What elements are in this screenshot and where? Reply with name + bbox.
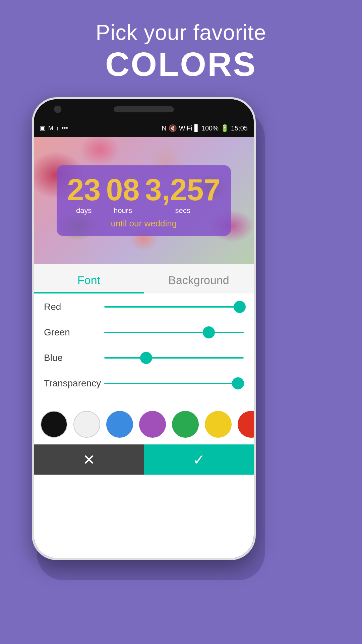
tabs-container: Font Background — [34, 264, 254, 293]
status-icon-mail: M — [48, 125, 53, 132]
transparency-label: Transparency — [44, 378, 104, 389]
green-slider-container[interactable] — [104, 326, 244, 339]
sliders-section: Red Green — [34, 293, 254, 406]
hours-label: hours — [114, 206, 132, 215]
green-slider-track — [104, 332, 244, 333]
tab-font[interactable]: Font — [34, 264, 144, 293]
red-slider-row: Red — [44, 300, 244, 314]
tab-font-underline — [34, 292, 144, 293]
red-label: Red — [44, 302, 104, 312]
swatches-row — [34, 406, 254, 444]
phone-camera — [54, 106, 61, 113]
countdown-numbers: 23 days 08 hours 3,257 secs — [63, 175, 224, 215]
status-icon-gallery: ▣ — [40, 124, 46, 132]
hours-value: 08 — [106, 175, 139, 205]
blue-label: Blue — [44, 353, 104, 363]
transparency-slider-container[interactable] — [104, 377, 244, 390]
blue-slider-track — [104, 357, 244, 359]
countdown-card: 23 days 08 hours 3,257 secs until our we — [57, 165, 231, 236]
countdown-message: until our wedding — [63, 218, 224, 229]
blue-slider-row: Blue — [44, 351, 244, 365]
swatch-blue[interactable] — [106, 411, 133, 438]
green-slider-row: Green — [44, 326, 244, 339]
green-label: Green — [44, 327, 104, 338]
countdown-days: 23 days — [67, 175, 101, 215]
status-signal: ▋ — [194, 124, 199, 132]
page-background: Pick your favorite COLORS ▣ M ↑ ••• N 🔇 … — [0, 0, 362, 644]
countdown-background: 23 days 08 hours 3,257 secs until our we — [34, 137, 254, 264]
swatch-red[interactable] — [238, 411, 254, 438]
red-slider-container[interactable] — [104, 300, 244, 314]
swatch-white[interactable] — [73, 411, 100, 438]
phone-frame: ▣ M ↑ ••• N 🔇 WiFi ▋ 100% 🔋 15:05 — [32, 97, 256, 560]
countdown-hours: 08 hours — [106, 175, 139, 215]
countdown-secs: 3,257 secs — [145, 175, 220, 215]
days-value: 23 — [67, 175, 101, 205]
phone-top-bar — [34, 99, 254, 119]
transparency-slider-thumb[interactable] — [232, 377, 244, 389]
status-right: N 🔇 WiFi ▋ 100% 🔋 15:05 — [162, 124, 248, 132]
green-slider-thumb[interactable] — [203, 326, 215, 338]
days-label: days — [76, 206, 92, 215]
status-mute: 🔇 — [169, 124, 177, 132]
header-subtitle: Pick your favorite — [0, 20, 362, 45]
bottom-bar: ✕ ✓ — [34, 444, 254, 475]
tab-background[interactable]: Background — [144, 264, 254, 293]
cancel-button[interactable]: ✕ — [34, 444, 144, 475]
swatch-green[interactable] — [172, 411, 199, 438]
header-title: COLORS — [0, 45, 362, 84]
confirm-button[interactable]: ✓ — [144, 444, 254, 475]
tab-font-label: Font — [77, 274, 100, 286]
phone-speaker — [114, 106, 174, 112]
status-icon-upload: ↑ — [56, 125, 59, 132]
transparency-slider-row: Transparency — [44, 377, 244, 390]
status-wifi: WiFi — [179, 124, 192, 132]
red-slider-track — [104, 306, 244, 308]
confirm-icon: ✓ — [193, 451, 205, 468]
tab-background-label: Background — [168, 274, 229, 286]
red-slider-thumb[interactable] — [234, 301, 246, 313]
swatch-black[interactable] — [41, 411, 67, 438]
cancel-icon: ✕ — [83, 451, 95, 468]
swatch-purple[interactable] — [139, 411, 166, 438]
status-bar: ▣ M ↑ ••• N 🔇 WiFi ▋ 100% 🔋 15:05 — [34, 119, 254, 137]
blue-slider-container[interactable] — [104, 351, 244, 365]
status-nfc: N — [162, 124, 166, 132]
status-battery-icon: 🔋 — [221, 124, 229, 132]
status-left: ▣ M ↑ ••• — [40, 124, 68, 132]
transparency-slider-track — [104, 383, 244, 384]
secs-label: secs — [175, 206, 190, 215]
secs-value: 3,257 — [145, 175, 220, 205]
header-section: Pick your favorite COLORS — [0, 20, 362, 84]
status-battery-pct: 100% — [201, 124, 219, 132]
blue-slider-thumb[interactable] — [140, 352, 152, 364]
status-icon-more: ••• — [62, 125, 68, 132]
phone-screen: 23 days 08 hours 3,257 secs until our we — [34, 137, 254, 558]
status-time: 15:05 — [231, 124, 248, 132]
swatch-yellow[interactable] — [205, 411, 232, 438]
